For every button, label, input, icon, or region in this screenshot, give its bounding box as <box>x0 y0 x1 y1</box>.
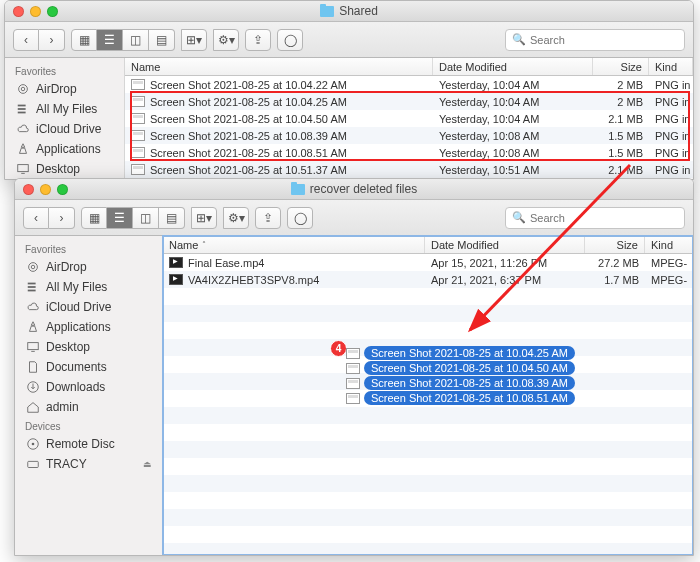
file-date: Yesterday, 10:04 AM <box>433 79 593 91</box>
sidebar-item-applications[interactable]: Applications <box>5 139 124 159</box>
zoom-button[interactable] <box>57 184 68 195</box>
column-view-button[interactable]: ◫ <box>123 29 149 51</box>
file-row[interactable]: Final Ease.mp4 Apr 15, 2021, 11:26 PM 27… <box>163 254 693 271</box>
action-button[interactable]: ⚙▾ <box>223 207 249 229</box>
drive-icon <box>25 458 40 471</box>
gallery-view-button[interactable]: ▤ <box>159 207 185 229</box>
nav-buttons: ‹ › <box>13 29 65 51</box>
drag-ghost: 4 Screen Shot 2021-08-25 at 10.04.25 AM … <box>346 346 575 406</box>
svg-rect-2 <box>17 105 25 107</box>
sidebar-item-airdrop[interactable]: AirDrop <box>5 79 124 99</box>
sidebar-item-all-my-files[interactable]: All My Files <box>5 99 124 119</box>
search-icon: 🔍 <box>512 33 526 46</box>
file-date: Yesterday, 10:08 AM <box>433 130 593 142</box>
file-row[interactable]: Screen Shot 2021-08-25 at 10.08.51 AM Ye… <box>125 144 693 161</box>
forward-button[interactable]: › <box>39 29 65 51</box>
sidebar-item-label: Downloads <box>46 380 105 394</box>
share-button[interactable]: ⇪ <box>255 207 281 229</box>
file-row[interactable]: VA4IX2ZHEBT3SPV8.mp4 Apr 21, 2021, 6:37 … <box>163 271 693 288</box>
sidebar-item-applications[interactable]: Applications <box>15 317 162 337</box>
sidebar: Favorites AirDrop All My Files iCloud Dr… <box>15 236 163 555</box>
col-date[interactable]: Date Modified <box>425 236 585 253</box>
apps-icon <box>15 143 30 156</box>
file-row[interactable]: Screen Shot 2021-08-25 at 10.08.39 AM Ye… <box>125 127 693 144</box>
icon-view-button[interactable]: ▦ <box>81 207 107 229</box>
sidebar-item-label: Documents <box>46 360 107 374</box>
file-row[interactable]: Screen Shot 2021-08-25 at 10.51.37 AM Ye… <box>125 161 693 178</box>
titlebar[interactable]: Shared <box>5 1 693 22</box>
list-view-button[interactable]: ☰ <box>97 29 123 51</box>
file-size: 2.1 MB <box>593 164 649 176</box>
col-kind[interactable]: Kind <box>649 58 693 75</box>
empty-row <box>163 288 693 305</box>
back-button[interactable]: ‹ <box>13 29 39 51</box>
icon-view-button[interactable]: ▦ <box>71 29 97 51</box>
sidebar-item-airdrop[interactable]: AirDrop <box>15 257 162 277</box>
sidebar-item-all-my-files[interactable]: All My Files <box>15 277 162 297</box>
file-date: Yesterday, 10:04 AM <box>433 96 593 108</box>
file-size: 1.7 MB <box>585 274 645 286</box>
sidebar-item-label: Desktop <box>36 162 80 176</box>
close-button[interactable] <box>23 184 34 195</box>
search-field[interactable]: 🔍 <box>505 207 685 229</box>
col-name[interactable]: Name <box>125 58 433 75</box>
sidebar-item-admin[interactable]: admin <box>15 397 162 417</box>
list-view-button[interactable]: ☰ <box>107 207 133 229</box>
search-input[interactable] <box>530 212 678 224</box>
search-icon: 🔍 <box>512 211 526 224</box>
file-row[interactable]: Screen Shot 2021-08-25 at 10.04.22 AM Ye… <box>125 76 693 93</box>
file-row[interactable]: Screen Shot 2021-08-25 at 10.04.25 AM Ye… <box>125 93 693 110</box>
eject-icon[interactable]: ⏏ <box>143 459 152 469</box>
sidebar-item-documents[interactable]: Documents <box>15 357 162 377</box>
drag-item: Screen Shot 2021-08-25 at 10.08.39 AM <box>346 376 575 390</box>
file-name: Screen Shot 2021-08-25 at 10.08.51 AM <box>150 147 347 159</box>
col-name[interactable]: Name˄ <box>163 236 425 253</box>
titlebar[interactable]: recover deleted files <box>15 179 693 200</box>
file-kind: PNG in <box>649 147 693 159</box>
sidebar-item-label: AirDrop <box>46 260 87 274</box>
file-date: Yesterday, 10:08 AM <box>433 147 593 159</box>
search-field[interactable]: 🔍 <box>505 29 685 51</box>
file-size: 2.1 MB <box>593 113 649 125</box>
sidebar-item-icloud-drive[interactable]: iCloud Drive <box>5 119 124 139</box>
minimize-button[interactable] <box>40 184 51 195</box>
sidebar-item-label: Desktop <box>46 340 90 354</box>
gallery-view-button[interactable]: ▤ <box>149 29 175 51</box>
sidebar-item-icloud-drive[interactable]: iCloud Drive <box>15 297 162 317</box>
devices-header: Devices <box>15 417 162 434</box>
sidebar-item-remote-disc[interactable]: Remote Disc <box>15 434 162 454</box>
sidebar-item-label: iCloud Drive <box>46 300 111 314</box>
zoom-button[interactable] <box>47 6 58 17</box>
arrange-button[interactable]: ⊞▾ <box>181 29 207 51</box>
column-view-button[interactable]: ◫ <box>133 207 159 229</box>
tags-button[interactable]: ◯ <box>287 207 313 229</box>
sidebar-item-downloads[interactable]: Downloads <box>15 377 162 397</box>
col-date[interactable]: Date Modified <box>433 58 593 75</box>
sidebar-item-desktop[interactable]: Desktop <box>5 159 124 179</box>
desktop-icon <box>25 341 40 354</box>
file-size: 1.5 MB <box>593 147 649 159</box>
col-size[interactable]: Size <box>593 58 649 75</box>
minimize-button[interactable] <box>30 6 41 17</box>
sidebar-item-desktop[interactable]: Desktop <box>15 337 162 357</box>
tags-button[interactable]: ◯ <box>277 29 303 51</box>
file-row[interactable]: Screen Shot 2021-08-25 at 10.04.50 AM Ye… <box>125 110 693 127</box>
sidebar-item-tracy[interactable]: TRACY ⏏ <box>15 454 162 474</box>
empty-row <box>163 305 693 322</box>
svg-rect-4 <box>17 112 25 114</box>
col-kind[interactable]: Kind <box>645 236 693 253</box>
close-button[interactable] <box>13 6 24 17</box>
back-button[interactable]: ‹ <box>23 207 49 229</box>
icloud-icon <box>15 123 30 136</box>
arrange-button[interactable]: ⊞▾ <box>191 207 217 229</box>
empty-row <box>163 441 693 458</box>
file-date: Yesterday, 10:51 AM <box>433 164 593 176</box>
action-button[interactable]: ⚙▾ <box>213 29 239 51</box>
allfiles-icon <box>25 281 40 294</box>
forward-button[interactable]: › <box>49 207 75 229</box>
toolbar: ‹ › ▦ ☰ ◫ ▤ ⊞▾ ⚙▾ ⇪ ◯ 🔍 <box>5 22 693 58</box>
col-size[interactable]: Size <box>585 236 645 253</box>
empty-row <box>163 475 693 492</box>
search-input[interactable] <box>530 34 678 46</box>
share-button[interactable]: ⇪ <box>245 29 271 51</box>
